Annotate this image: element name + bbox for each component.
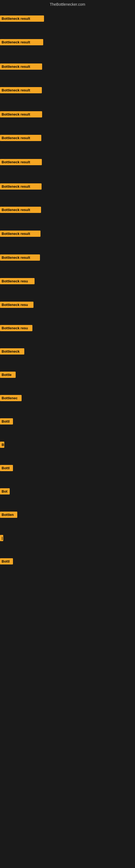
bottleneck-bar-16: Bottle <box>0 372 16 378</box>
bottleneck-bar-10: Bottleneck result <box>0 230 41 237</box>
bottleneck-bar-17: Bottlenec <box>0 395 21 401</box>
bottleneck-bar-11: Bottleneck result <box>0 254 40 261</box>
bottleneck-bar-22: Bottlen <box>0 512 17 518</box>
bottleneck-bar-12: Bottleneck resu <box>0 278 35 284</box>
bottleneck-bar-8: Bottleneck result <box>0 183 42 190</box>
bottleneck-bar-5: Bottleneck result <box>0 111 42 118</box>
bottleneck-bar-20: Bottl <box>0 465 13 471</box>
bottleneck-bar-3: Bottleneck result <box>0 63 42 70</box>
bottleneck-bar-1: Bottleneck result <box>0 16 44 22</box>
site-title: TheBottlenecker.com <box>0 0 135 9</box>
bottleneck-bar-23: | <box>0 535 3 541</box>
bottleneck-bar-24: Bottl <box>0 558 13 564</box>
bottleneck-bar-21: Bot <box>0 488 10 495</box>
bottleneck-bar-18: Bottl <box>0 418 13 425</box>
bottleneck-bar-13: Bottleneck resu <box>0 302 34 308</box>
bottleneck-bar-4: Bottleneck result <box>0 87 42 93</box>
bottleneck-bar-15: Bottleneck <box>0 348 24 354</box>
bottleneck-bar-2: Bottleneck result <box>0 39 43 45</box>
bottleneck-bar-19: B <box>0 442 4 448</box>
bottleneck-bar-14: Bottleneck resu <box>0 325 32 331</box>
bottleneck-bar-6: Bottleneck result <box>0 135 41 141</box>
bottleneck-bar-9: Bottleneck result <box>0 207 41 213</box>
bottleneck-bar-7: Bottleneck result <box>0 159 42 165</box>
